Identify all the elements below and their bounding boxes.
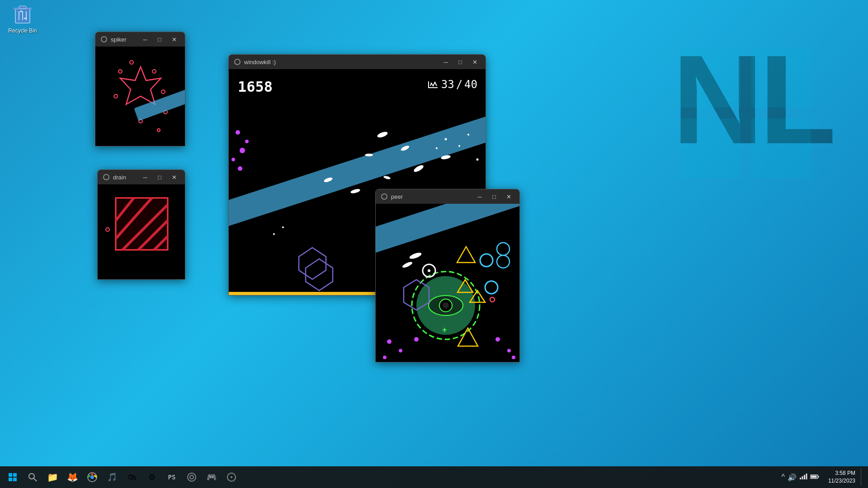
taskbar-firefox[interactable]: 🦊 bbox=[63, 468, 81, 486]
peer-close[interactable]: ✕ bbox=[503, 192, 514, 201]
spiker-content bbox=[95, 47, 185, 146]
wk-minimize[interactable]: ─ bbox=[440, 57, 451, 66]
app10-icon bbox=[226, 472, 236, 482]
svg-point-35 bbox=[350, 188, 360, 194]
svg-marker-10 bbox=[120, 67, 161, 104]
svg-line-95 bbox=[34, 479, 37, 481]
peer-title: peer bbox=[391, 193, 471, 200]
peer-window[interactable]: peer ─ □ ✕ + bbox=[375, 189, 520, 362]
svg-point-42 bbox=[458, 145, 460, 147]
svg-point-78 bbox=[497, 243, 509, 255]
svg-rect-18 bbox=[134, 87, 185, 121]
svg-point-97 bbox=[90, 475, 94, 479]
tray-volume[interactable]: 🔊 bbox=[788, 473, 797, 482]
svg-point-77 bbox=[485, 281, 498, 294]
show-desktop-button[interactable] bbox=[861, 468, 864, 486]
svg-point-28 bbox=[236, 130, 240, 135]
taskbar-game[interactable]: 🎮 bbox=[203, 468, 221, 486]
svg-point-45 bbox=[476, 159, 479, 161]
tray-battery[interactable] bbox=[810, 473, 819, 481]
peer-game-svg: + bbox=[376, 204, 520, 362]
svg-point-101 bbox=[231, 476, 232, 478]
svg-point-76 bbox=[480, 254, 493, 267]
svg-point-84 bbox=[507, 349, 511, 352]
taskbar-powershell[interactable]: PS bbox=[163, 468, 181, 486]
wk-maximize[interactable]: □ bbox=[455, 57, 466, 66]
drain-window[interactable]: drain ─ □ ✕ bbox=[97, 169, 185, 280]
svg-point-43 bbox=[467, 134, 469, 136]
drain-game-svg bbox=[98, 184, 185, 279]
svg-point-41 bbox=[445, 138, 447, 141]
taskbar-search[interactable] bbox=[24, 468, 42, 486]
svg-point-33 bbox=[377, 131, 388, 139]
spiker-titlebar: spiker ─ □ ✕ bbox=[95, 32, 185, 47]
svg-point-86 bbox=[414, 337, 419, 342]
svg-rect-104 bbox=[804, 475, 805, 479]
svg-point-89 bbox=[490, 297, 495, 302]
peer-minimize[interactable]: ─ bbox=[474, 192, 485, 201]
spiker-game-svg bbox=[95, 47, 185, 146]
svg-point-79 bbox=[497, 255, 509, 268]
svg-point-39 bbox=[365, 154, 373, 156]
start-button[interactable] bbox=[4, 468, 22, 486]
windows-logo-watermark bbox=[678, 45, 814, 181]
search-icon bbox=[28, 473, 37, 482]
svg-point-16 bbox=[114, 94, 118, 98]
spiker-maximize[interactable]: □ bbox=[154, 35, 165, 44]
drain-content bbox=[98, 184, 185, 279]
svg-point-30 bbox=[240, 148, 245, 153]
svg-point-83 bbox=[495, 337, 500, 342]
taskbar-store[interactable]: 🛍 bbox=[123, 468, 141, 486]
taskbar-app10[interactable] bbox=[222, 468, 241, 486]
svg-point-13 bbox=[161, 90, 165, 94]
svg-point-46 bbox=[273, 233, 275, 235]
desktop: NL Recycle Bin spiker ─ □ ✕ bbox=[0, 0, 868, 488]
taskbar-media[interactable]: 🎵 bbox=[103, 468, 121, 486]
taskbar: 📁 🦊 🎵 🛍 ⚙ PS 🎮 bbox=[0, 466, 868, 488]
network-icon bbox=[799, 473, 807, 479]
taskbar-tray: ^ 🔊 bbox=[778, 473, 823, 482]
spiker-window[interactable]: spiker ─ □ ✕ bbox=[95, 32, 185, 146]
health-bar bbox=[229, 292, 383, 295]
svg-text:+: + bbox=[442, 325, 447, 334]
taskbar-file-explorer[interactable]: 📁 bbox=[43, 468, 61, 486]
svg-point-81 bbox=[399, 349, 402, 352]
svg-rect-6 bbox=[19, 6, 26, 9]
drain-title-circle bbox=[103, 174, 109, 180]
windowkill-titlebar: windowkill :) ─ □ ✕ bbox=[229, 55, 486, 69]
taskbar-clock[interactable]: 3:58 PM 11/23/2023 bbox=[825, 469, 859, 485]
peer-title-circle bbox=[381, 193, 387, 200]
svg-point-31 bbox=[231, 158, 235, 161]
svg-point-15 bbox=[118, 70, 122, 73]
svg-rect-2 bbox=[681, 118, 741, 178]
svg-point-70 bbox=[428, 269, 430, 272]
wk-close[interactable]: ✕ bbox=[469, 57, 480, 66]
tray-chevron[interactable]: ^ bbox=[781, 473, 785, 481]
recycle-bin-label: Recycle Bin bbox=[5, 28, 41, 34]
clock-time: 3:58 PM bbox=[828, 469, 855, 477]
svg-point-82 bbox=[383, 356, 387, 359]
spiker-close[interactable]: ✕ bbox=[169, 35, 179, 44]
peer-maximize[interactable]: □ bbox=[489, 192, 500, 201]
chrome-icon bbox=[87, 472, 97, 482]
peer-content: + bbox=[376, 204, 520, 362]
drain-minimize[interactable]: ─ bbox=[140, 173, 151, 182]
svg-marker-72 bbox=[457, 247, 475, 263]
drain-title: drain bbox=[113, 174, 136, 181]
svg-point-87 bbox=[409, 252, 422, 260]
svg-rect-90 bbox=[9, 473, 12, 477]
taskbar-circle-app[interactable] bbox=[183, 468, 201, 486]
spiker-minimize[interactable]: ─ bbox=[140, 35, 151, 44]
svg-rect-1 bbox=[751, 48, 811, 108]
svg-point-98 bbox=[188, 473, 196, 481]
recycle-bin-icon[interactable]: Recycle Bin bbox=[5, 2, 41, 34]
drain-maximize[interactable]: □ bbox=[154, 173, 165, 182]
battery-icon bbox=[810, 474, 819, 479]
svg-point-67 bbox=[443, 302, 449, 309]
drain-close[interactable]: ✕ bbox=[169, 173, 179, 182]
spiker-title-circle bbox=[101, 36, 107, 42]
taskbar-chrome[interactable] bbox=[83, 468, 101, 486]
taskbar-settings[interactable]: ⚙ bbox=[143, 468, 161, 486]
svg-point-11 bbox=[130, 61, 133, 64]
tray-network[interactable] bbox=[799, 473, 807, 481]
